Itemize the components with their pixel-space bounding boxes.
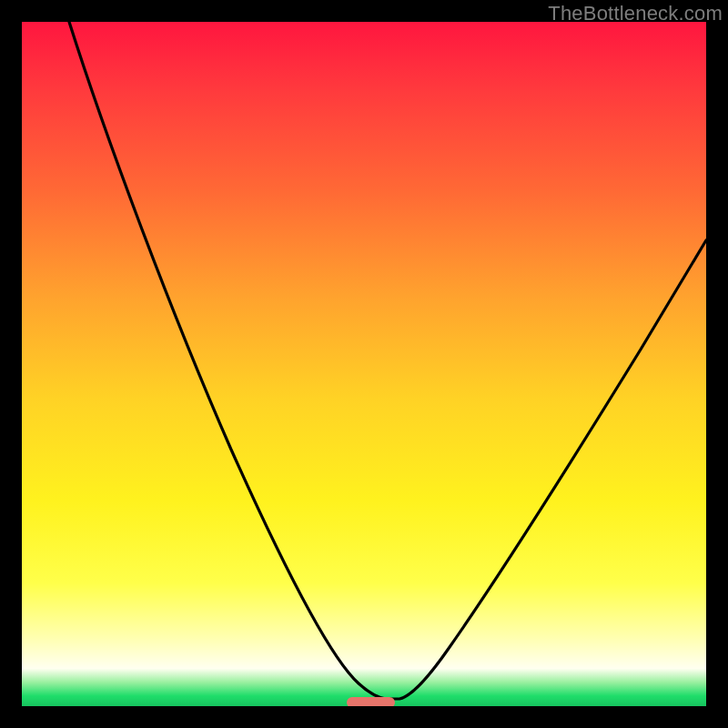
watermark-text: TheBottleneck.com xyxy=(548,2,723,25)
plot-area xyxy=(22,22,706,706)
curve-layer xyxy=(22,22,706,706)
bottleneck-curve xyxy=(69,22,706,699)
chart-frame: TheBottleneck.com xyxy=(0,0,728,728)
optimal-marker xyxy=(347,697,395,706)
